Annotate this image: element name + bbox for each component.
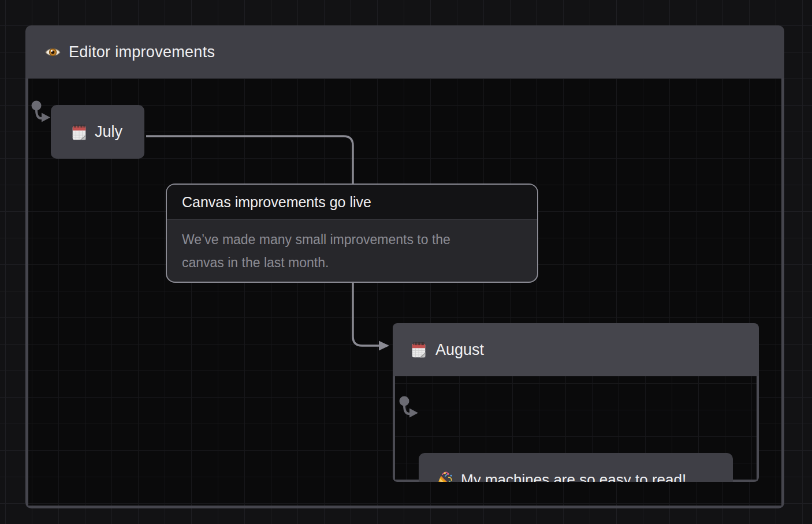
annotation-card-header: Canvas improvements go live	[167, 185, 537, 220]
calendar-icon	[70, 123, 88, 141]
state-node-july[interactable]: July	[51, 105, 144, 159]
state-node-august-child[interactable]: My machines are so easy to read!	[419, 453, 733, 482]
state-node-label: July	[95, 123, 122, 141]
state-node-august[interactable]: August	[393, 323, 759, 482]
august-body: My machines are so easy to read!	[393, 376, 759, 482]
machine-header[interactable]: Editor improvements	[25, 25, 784, 78]
state-node-label: August	[435, 341, 484, 359]
annotation-title: Canvas improvements go live	[182, 194, 371, 211]
august-header[interactable]: August	[393, 323, 759, 376]
calendar-icon	[410, 341, 427, 358]
state-node-label: My machines are so easy to read!	[461, 471, 686, 482]
annotation-body: We’ve made many small improvements to th…	[167, 220, 502, 274]
annotation-card[interactable]: Canvas improvements go live We’ve made m…	[166, 184, 538, 283]
eye-icon	[45, 44, 61, 60]
canvas[interactable]: Editor improvements July	[0, 0, 812, 524]
party-popper-icon	[435, 471, 453, 482]
machine-title: Editor improvements	[69, 43, 215, 61]
